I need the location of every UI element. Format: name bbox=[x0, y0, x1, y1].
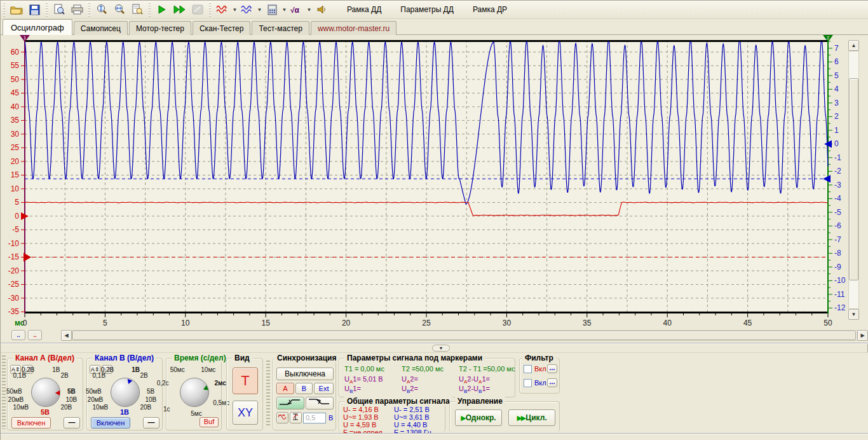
channel-b-wave-dropdown[interactable]: ▼ bbox=[256, 2, 263, 17]
dial-label[interactable]: 1В bbox=[52, 366, 60, 373]
dial-label[interactable]: 0,2В bbox=[22, 366, 35, 373]
dial-label[interactable]: 10мс bbox=[201, 366, 215, 373]
channel-a-on-button[interactable]: Включен bbox=[11, 417, 51, 429]
sync-source-a-button[interactable]: А bbox=[276, 383, 294, 394]
tab-recorder[interactable]: Самописец bbox=[74, 21, 128, 35]
math-sqrt-dropdown[interactable]: ▼ bbox=[306, 2, 313, 17]
time-base-knob[interactable] bbox=[180, 378, 209, 407]
menu-ramka-dr[interactable]: Рамка ДР bbox=[465, 3, 515, 17]
filter-b-checkbox[interactable] bbox=[524, 379, 532, 387]
vscroll-up-button[interactable]: ▲ bbox=[848, 40, 859, 51]
tab-website[interactable]: www.motor-master.ru bbox=[311, 21, 397, 35]
hscroll-right-button[interactable]: ▶ bbox=[857, 330, 868, 341]
save-button[interactable] bbox=[26, 2, 43, 17]
hscroll-left-button[interactable]: ◀ bbox=[61, 330, 72, 341]
filter-a-checkbox[interactable] bbox=[524, 365, 532, 373]
dial-label[interactable]: 10мВ bbox=[93, 404, 109, 411]
print-preview-button[interactable] bbox=[51, 2, 67, 17]
toolbar-grip[interactable] bbox=[87, 3, 92, 17]
dial-label[interactable]: 0,2В bbox=[101, 366, 114, 373]
dial-label[interactable]: 50мВ bbox=[86, 388, 102, 395]
tab-test-master[interactable]: Тест-мастер bbox=[252, 21, 309, 35]
channel-a-wave-button[interactable]: + bbox=[214, 2, 231, 17]
dial-label[interactable]: 5В bbox=[67, 388, 76, 395]
math-sqrt-button[interactable]: √α bbox=[288, 2, 305, 17]
dial-label[interactable]: 20мВ bbox=[8, 396, 24, 403]
menu-ramka-dd[interactable]: Рамка ДД bbox=[339, 3, 389, 17]
channel-b-invert-button[interactable]: — bbox=[143, 417, 159, 429]
vscroll-thumb[interactable] bbox=[849, 78, 858, 280]
sync-mode-level-button[interactable] bbox=[290, 412, 302, 423]
sync-source-ext-button[interactable]: Ext bbox=[314, 383, 334, 394]
sync-source-b-button[interactable]: B bbox=[295, 383, 313, 394]
x-axis-tick-label: 25 bbox=[422, 319, 430, 327]
sync-level-input[interactable]: 0,5 bbox=[303, 413, 326, 423]
channel-b-on-button[interactable]: Включен bbox=[91, 417, 130, 429]
toolbar-grip[interactable] bbox=[44, 3, 49, 17]
dial-label[interactable]: 50мВ bbox=[6, 388, 22, 395]
zoom-horizontal-button[interactable] bbox=[111, 2, 128, 17]
panels-grip[interactable] bbox=[2, 355, 6, 429]
left-axis-label: -15 bbox=[8, 252, 20, 261]
dial-label[interactable]: 20В bbox=[60, 404, 72, 411]
filter-title: Фильтр bbox=[522, 354, 556, 362]
dial-label[interactable]: 10В bbox=[65, 396, 77, 403]
single-run-button[interactable]: ▶ Однокр. bbox=[455, 409, 502, 426]
tab-scan-tester[interactable]: Скан-Тестер bbox=[193, 21, 251, 35]
sound-button[interactable] bbox=[313, 2, 330, 17]
sync-edge-falling-button[interactable] bbox=[306, 397, 334, 409]
channel-b-wave-button[interactable]: + bbox=[239, 2, 255, 17]
dial-label[interactable]: 50мс bbox=[170, 366, 185, 373]
sync-mode-wave-button[interactable] bbox=[276, 412, 288, 423]
dial-label[interactable]: 2В bbox=[140, 372, 147, 379]
view-t-button[interactable]: T bbox=[233, 368, 258, 394]
dial-label[interactable]: 10мВ bbox=[13, 404, 29, 411]
play-button[interactable] bbox=[154, 2, 170, 17]
filter-a-settings-button[interactable]: ... bbox=[547, 364, 557, 373]
channel-b-knob[interactable] bbox=[111, 378, 140, 407]
collapse-panel-button[interactable]: ▼ bbox=[432, 345, 450, 352]
dial-label[interactable]: 2мс bbox=[214, 380, 226, 387]
dial-label[interactable]: 20мВ bbox=[88, 396, 104, 403]
toolbar-grip[interactable] bbox=[208, 3, 212, 17]
a-udc-value: U- = 4,16 В bbox=[343, 406, 379, 413]
toolbar-grip[interactable] bbox=[147, 3, 152, 17]
channel-a-knob[interactable] bbox=[31, 378, 60, 407]
sync-edge-rising-button[interactable] bbox=[276, 397, 304, 409]
sync-grip[interactable] bbox=[266, 361, 270, 427]
left-axis-label: 50 bbox=[11, 75, 20, 84]
dial-label[interactable]: 2В bbox=[60, 372, 68, 379]
toolbar-grip[interactable] bbox=[2, 3, 6, 17]
sync-off-button[interactable]: Выключена bbox=[276, 368, 334, 380]
cursor-flag-label: 2 bbox=[827, 35, 830, 41]
buffer-button[interactable]: Buf bbox=[200, 417, 219, 427]
report-button[interactable] bbox=[129, 2, 146, 17]
channel-a-wave-dropdown[interactable]: ▼ bbox=[231, 2, 238, 17]
dial-label[interactable]: 1В bbox=[132, 366, 140, 373]
left-axis-label: 40 bbox=[11, 102, 20, 111]
dial-label[interactable]: 10В bbox=[145, 396, 156, 403]
vscroll-down-button[interactable]: ▼ bbox=[848, 309, 859, 320]
open-file-button[interactable] bbox=[8, 2, 25, 17]
dial-label[interactable]: 0,2с bbox=[157, 380, 169, 387]
tab-oscilloscope[interactable]: Осциллограф bbox=[3, 19, 72, 35]
menu-params-dd[interactable]: Параметры ДД bbox=[393, 3, 461, 17]
zoom-vertical-button[interactable] bbox=[93, 2, 110, 17]
calculator-dropdown[interactable]: ▼ bbox=[281, 2, 288, 17]
channel-a-invert-button[interactable]: — bbox=[64, 417, 80, 429]
play-cycle-button[interactable] bbox=[172, 2, 188, 17]
cycle-run-button[interactable]: ▶▶ Цикл. bbox=[508, 409, 555, 426]
marker2-color-button[interactable]: .. bbox=[28, 330, 42, 340]
dial-label[interactable]: 20В bbox=[140, 404, 151, 411]
svg-text:+: + bbox=[249, 5, 252, 11]
hscroll-thumb[interactable] bbox=[72, 331, 856, 340]
print-button[interactable] bbox=[69, 2, 85, 17]
dial-label[interactable]: 5В bbox=[147, 388, 154, 395]
tab-motor-tester[interactable]: Мотор-тестер bbox=[129, 21, 191, 35]
dial-label[interactable]: 5мс bbox=[191, 410, 201, 417]
dial-label[interactable]: 1с bbox=[163, 406, 170, 413]
marker1-color-button[interactable]: .. bbox=[11, 330, 25, 340]
view-xy-button[interactable]: XY bbox=[233, 401, 258, 425]
filter-b-settings-button[interactable]: ... bbox=[547, 378, 557, 387]
calculator-button[interactable] bbox=[264, 2, 280, 17]
